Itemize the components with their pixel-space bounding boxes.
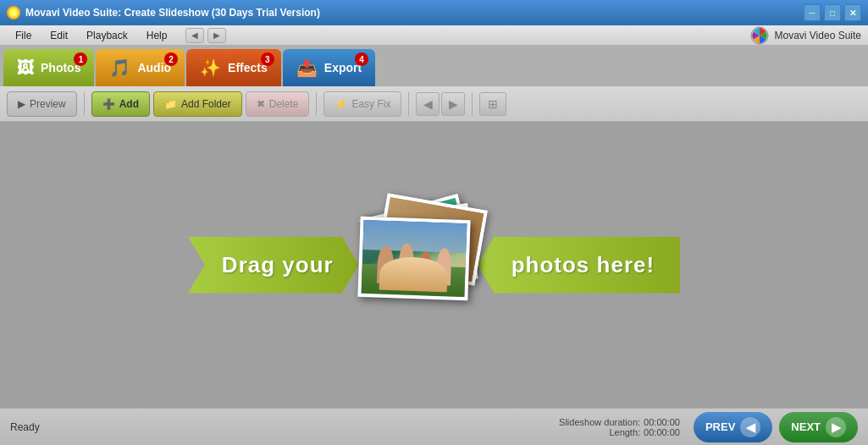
- add-folder-label: Add Folder: [181, 98, 231, 110]
- prev-label: PREV: [705, 420, 735, 433]
- audio-badge: 2: [164, 52, 178, 66]
- next-label: NEXT: [791, 420, 821, 433]
- toolbar-nav: ◀ ▶: [416, 92, 465, 116]
- delete-button[interactable]: ✖ Delete: [246, 91, 310, 117]
- effects-badge: 3: [261, 52, 274, 66]
- preview-label: Preview: [30, 98, 66, 110]
- toolbar-separator-1: [84, 92, 85, 116]
- main-content[interactable]: Drag your: [0, 122, 868, 408]
- toolbar: ▶ Preview ➕ Add 📁 Add Folder ✖ Delete ⚡ …: [0, 86, 868, 122]
- back-arrow[interactable]: ◀: [185, 28, 204, 43]
- drag-right-label: photos here!: [478, 237, 680, 294]
- movavi-logo-icon: [750, 26, 769, 45]
- nav-arrows: ◀ ▶: [185, 28, 226, 43]
- drag-area: Drag your: [188, 197, 680, 332]
- effects-icon: ✨: [200, 58, 221, 78]
- maximize-button[interactable]: □: [824, 4, 841, 21]
- photo-family: [357, 217, 470, 300]
- close-button[interactable]: ✕: [844, 4, 861, 21]
- easy-fix-button[interactable]: ⚡ Easy Fix: [323, 91, 401, 117]
- export-badge: 4: [355, 52, 368, 66]
- forward-arrow[interactable]: ▶: [207, 28, 226, 43]
- toolbar-separator-2: [316, 92, 317, 116]
- window-controls: ─ □ ✕: [804, 4, 861, 21]
- tabbar: 🖼 Photos 1 🎵 Audio 2 ✨ Effects 3 📤 Expor…: [0, 46, 868, 86]
- family-image: [361, 220, 467, 297]
- add-icon: ➕: [102, 98, 115, 110]
- next-nav-button[interactable]: ▶: [441, 92, 465, 116]
- add-folder-button[interactable]: 📁 Add Folder: [153, 91, 242, 117]
- minimize-button[interactable]: ─: [804, 4, 821, 21]
- length-label: Length:: [609, 427, 640, 437]
- photos-badge: 1: [74, 52, 87, 66]
- prev-nav-button[interactable]: ◀: [416, 92, 440, 116]
- menu-playback[interactable]: Playback: [78, 28, 136, 43]
- length-row: Length: 00:00:00: [609, 427, 680, 437]
- menubar: File Edit Playback Help ◀ ▶ Movavi Video…: [0, 25, 868, 46]
- photos-icon: 🖼: [17, 58, 34, 78]
- slideshow-duration-row: Slideshow duration: 00:00:00: [559, 417, 680, 427]
- tab-photos[interactable]: 🖼 Photos 1: [3, 49, 94, 86]
- export-icon: 📤: [296, 58, 318, 78]
- movavi-logo: Movavi Video Suite: [750, 26, 861, 45]
- titlebar: Movavi Video Suite: Create Slideshow (30…: [0, 0, 868, 25]
- audio-icon: 🎵: [109, 58, 130, 78]
- add-label: Add: [119, 98, 139, 110]
- drag-left-label: Drag your: [188, 237, 359, 294]
- folder-icon: 📁: [164, 98, 177, 110]
- easyfix-icon: ⚡: [334, 98, 347, 110]
- menu-edit[interactable]: Edit: [41, 28, 76, 43]
- duration-info: Slideshow duration: 00:00:00 Length: 00:…: [559, 417, 680, 437]
- tab-audio[interactable]: 🎵 Audio 2: [96, 49, 185, 86]
- delete-label: Delete: [269, 98, 299, 110]
- length-value: 00:00:00: [644, 427, 680, 437]
- photo-stack: [351, 197, 486, 332]
- brand-label: Movavi Video Suite: [774, 30, 861, 41]
- app-icon: [7, 6, 20, 19]
- slideshow-duration-value: 00:00:00: [644, 417, 680, 427]
- nav-section: PREV ◀ NEXT ▶: [694, 412, 858, 442]
- menu-file[interactable]: File: [7, 28, 40, 43]
- prev-arrow-icon: ◀: [740, 417, 760, 437]
- tab-effects[interactable]: ✨ Effects 3: [186, 49, 281, 86]
- next-button[interactable]: NEXT ▶: [779, 412, 858, 442]
- toolbar-separator-4: [472, 92, 473, 116]
- delete-icon: ✖: [257, 98, 265, 110]
- window-title: Movavi Video Suite: Create Slideshow (30…: [25, 7, 804, 19]
- statusbar: Ready Slideshow duration: 00:00:00 Lengt…: [0, 408, 868, 445]
- toolbar-separator-3: [408, 92, 409, 116]
- slideshow-duration-label: Slideshow duration:: [559, 417, 640, 427]
- preview-icon: ▶: [18, 98, 25, 110]
- fit-button[interactable]: ⊞: [479, 92, 506, 116]
- add-button[interactable]: ➕ Add: [91, 91, 150, 117]
- ready-status: Ready: [10, 421, 559, 433]
- prev-button[interactable]: PREV ◀: [694, 412, 772, 442]
- preview-button[interactable]: ▶ Preview: [7, 91, 77, 117]
- menu-help[interactable]: Help: [138, 28, 176, 43]
- tab-export[interactable]: 📤 Export 4: [283, 49, 375, 86]
- next-arrow-icon: ▶: [826, 417, 846, 437]
- easy-fix-label: Easy Fix: [351, 98, 390, 110]
